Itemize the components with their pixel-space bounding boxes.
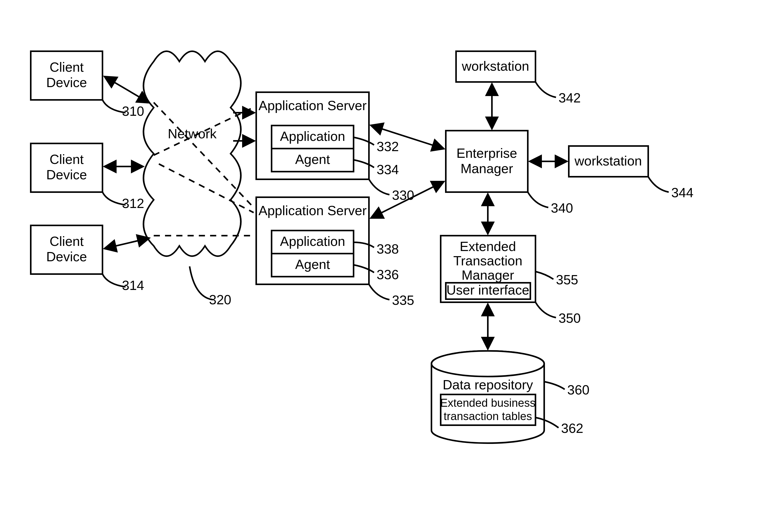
repo-label: Data repository [443,377,533,392]
data-repository: Data repository Extended businesstransac… [431,351,544,443]
agent2-label: Agent [295,257,330,272]
ws1-label: workstation [462,59,529,74]
appserv1-ref: 330 [392,188,414,203]
client-device-2: ClientDevice [31,143,103,192]
agent2-ref: 336 [376,267,399,282]
appserv1-label: Application Server [258,98,367,113]
agent1-ref: 334 [376,162,399,177]
network-ref: 320 [209,292,231,307]
extended-transaction-manager: ExtendedTransactionManager User interfac… [441,236,535,302]
client-2-ref: 312 [122,196,144,211]
client-1-ref: 310 [122,104,144,119]
client-device-1: ClientDevice [31,51,103,100]
svg-line-18 [371,182,443,218]
tables-ref: 362 [561,421,583,436]
etm-label: ExtendedTransactionManager [453,239,523,282]
svg-line-3 [105,77,148,103]
enterprise-manager: EnterpriseManager [446,131,528,192]
repo-ref: 360 [567,383,590,397]
client-device-3: ClientDevice [31,225,103,274]
etm-ref: 350 [559,311,581,326]
workstation-1: workstation [456,51,535,82]
client-3-ref: 314 [122,278,144,293]
appserv2-ref: 335 [392,293,414,308]
appserv2-label: Application Server [258,203,367,218]
ui-label: User interface [446,282,529,298]
architecture-diagram: ClientDevice 310 ClientDevice 312 Client… [0,0,784,532]
ws2-ref: 344 [671,185,694,200]
agent1-label: Agent [295,152,330,167]
application-server-2: Application Server Application Agent [256,197,369,284]
ws1-ref: 342 [559,90,581,105]
entmgr-ref: 340 [551,201,573,216]
ui-ref: 355 [556,272,578,287]
application-server-1: Application Server Application Agent [256,92,369,179]
workstation-2: workstation [569,146,648,177]
app1-ref: 332 [376,139,399,154]
app1-label: Application [280,129,345,144]
svg-point-24 [431,351,544,376]
svg-line-5 [105,238,148,248]
app2-ref: 338 [376,242,399,256]
app2-label: Application [280,234,345,249]
ws2-label: workstation [575,153,642,168]
